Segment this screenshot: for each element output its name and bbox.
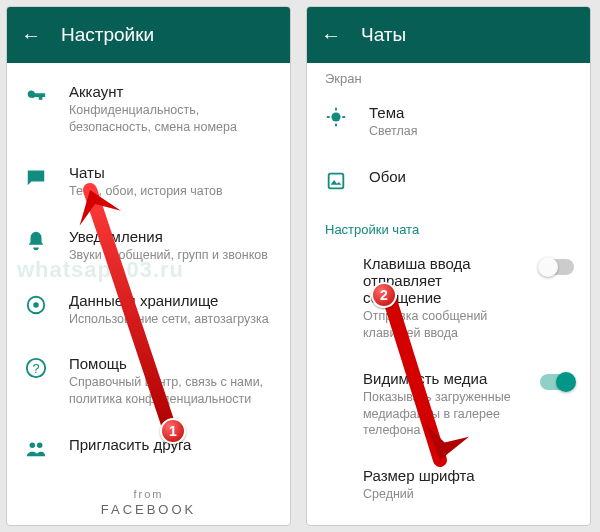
page-title: Чаты [361, 24, 406, 46]
theme-icon [325, 106, 347, 132]
annotation-badge-1: 1 [160, 418, 186, 444]
help-icon: ? [25, 357, 47, 383]
toggle-enter-sends[interactable] [540, 259, 574, 275]
item-label: Данные и хранилище [69, 292, 274, 309]
key-icon [25, 85, 47, 111]
item-sub: Отправка сообщений клавишей ввода [363, 308, 512, 342]
item-label: Уведомления [69, 228, 274, 245]
item-sub: Конфиденциальность, безопасность, смена … [69, 102, 274, 136]
setting-backup[interactable]: Резервная копия чатов [307, 517, 590, 526]
item-label: Помощь [69, 355, 274, 372]
invite-icon [25, 438, 47, 464]
settings-item-notifications[interactable]: Уведомления Звуки сообщений, групп и зво… [7, 214, 290, 278]
setting-enter-sends[interactable]: Клавиша ввода отправляет сообщение Отпра… [307, 241, 590, 356]
setting-media-visibility[interactable]: Видимость медиа Показывать загруженные м… [307, 356, 590, 454]
settings-list: Аккаунт Конфиденциальность, безопасность… [7, 63, 290, 517]
item-label: Чаты [69, 164, 274, 181]
settings-screen: ← Настройки Аккаунт Конфиденциальность, … [6, 6, 291, 526]
back-icon[interactable]: ← [21, 25, 41, 45]
from-facebook: from FACEBOOK [7, 488, 290, 517]
item-sub: Справочный центр, связь с нами, политика… [69, 374, 274, 408]
bell-icon [25, 230, 47, 256]
settings-item-account[interactable]: Аккаунт Конфиденциальность, безопасность… [7, 69, 290, 150]
setting-font-size[interactable]: Размер шрифта Средний [307, 453, 590, 517]
item-label: Аккаунт [69, 83, 274, 100]
header: ← Настройки [7, 7, 290, 63]
item-label: Обои [369, 168, 574, 185]
wallpaper-icon [325, 170, 347, 196]
settings-item-help[interactable]: ? Помощь Справочный центр, связь с нами,… [7, 341, 290, 422]
item-sub: Использование сети, автозагрузка [69, 311, 274, 328]
section-screen: Экран [307, 69, 590, 90]
svg-rect-11 [329, 174, 344, 189]
toggle-media-visibility[interactable] [540, 374, 574, 390]
item-label: Видимость медиа [363, 370, 512, 387]
data-icon [25, 294, 47, 320]
back-icon[interactable]: ← [321, 25, 341, 45]
svg-point-4 [30, 443, 35, 449]
svg-text:?: ? [32, 361, 39, 376]
settings-item-invite[interactable]: Пригласить друга [7, 422, 290, 478]
item-sub: Тема, обои, история чатов [69, 183, 274, 200]
item-label: Размер шрифта [363, 467, 574, 484]
svg-point-6 [331, 112, 340, 121]
chats-settings-list: Экран Тема Светлая Обои Настройки чата К… [307, 63, 590, 526]
item-label: Тема [369, 104, 574, 121]
item-sub: Показывать загруженные медиафайлы в гале… [363, 389, 512, 440]
item-sub: Светлая [369, 123, 574, 140]
settings-item-chats[interactable]: Чаты Тема, обои, история чатов [7, 150, 290, 214]
setting-wallpaper[interactable]: Обои [307, 154, 590, 210]
item-sub: Средний [363, 486, 574, 503]
item-sub: Звуки сообщений, групп и звонков [69, 247, 274, 264]
page-title: Настройки [61, 24, 154, 46]
header: ← Чаты [307, 7, 590, 63]
chats-settings-screen: ← Чаты Экран Тема Светлая Обои Настройки… [306, 6, 591, 526]
svg-point-1 [33, 302, 39, 308]
annotation-badge-2: 2 [371, 282, 397, 308]
settings-item-data[interactable]: Данные и хранилище Использование сети, а… [7, 278, 290, 342]
svg-point-5 [37, 443, 42, 449]
section-chat-settings: Настройки чата [307, 210, 590, 241]
chat-icon [25, 166, 47, 192]
setting-theme[interactable]: Тема Светлая [307, 90, 590, 154]
